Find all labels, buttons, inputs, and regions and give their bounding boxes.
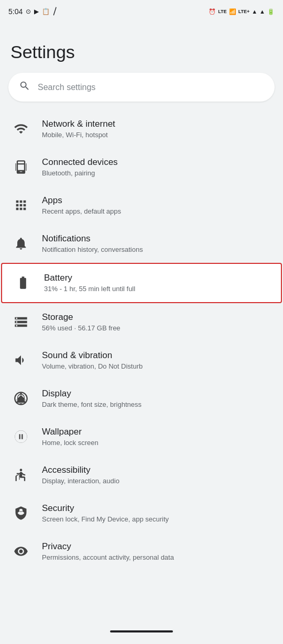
settings-item-security[interactable]: Security Screen lock, Find My Device, ap… — [0, 494, 283, 532]
search-bar-container: Search settings — [0, 73, 283, 110]
storage-icon — [10, 312, 31, 332]
settings-item-title-privacy: Privacy — [42, 541, 273, 552]
settings-item-title-notifications: Notifications — [42, 233, 273, 245]
settings-item-subtitle-storage: 56% used · 56.17 GB free — [42, 324, 273, 333]
lte-plus-status-icon: LTE+ — [238, 9, 250, 14]
privacy-icon — [10, 541, 31, 562]
page-title: Settings — [10, 42, 273, 62]
settings-item-title-accessibility: Accessibility — [42, 464, 273, 476]
security-icon — [10, 503, 31, 524]
search-placeholder: Search settings — [38, 83, 95, 92]
settings-item-title-storage: Storage — [42, 312, 273, 323]
settings-item-title-connected-devices: Connected devices — [42, 157, 273, 168]
settings-item-title-battery: Battery — [44, 272, 270, 284]
youtube-icon: ▶ — [34, 8, 39, 15]
settings-item-network[interactable]: Network & internet Mobile, Wi-Fi, hotspo… — [0, 110, 283, 148]
settings-item-notifications[interactable]: Notifications Notification history, conv… — [0, 225, 283, 263]
alarm-status-icon: ⏰ — [209, 8, 216, 15]
circle-icon: ⊙ — [26, 8, 31, 15]
search-icon — [19, 80, 30, 94]
settings-item-apps[interactable]: Apps Recent apps, default apps — [0, 186, 283, 225]
svg-point-1 — [20, 469, 23, 472]
battery-status-icon: 🔋 — [267, 8, 275, 15]
settings-item-subtitle-notifications: Notification history, conversations — [42, 246, 273, 254]
bottom-bar — [0, 623, 283, 640]
settings-item-connected-devices[interactable]: Connected devices Bluetooth, pairing — [0, 148, 283, 186]
settings-item-subtitle-accessibility: Display, interaction, audio — [42, 477, 273, 486]
settings-item-accessibility[interactable]: Accessibility Display, interaction, audi… — [0, 456, 283, 494]
settings-item-subtitle-apps: Recent apps, default apps — [42, 207, 273, 216]
settings-item-subtitle-wallpaper: Home, lock screen — [42, 439, 273, 448]
sound-icon — [10, 350, 31, 371]
diagonal-icon: ╲ — [51, 8, 59, 16]
battery-icon — [13, 272, 34, 293]
settings-item-storage[interactable]: Storage 56% used · 56.17 GB free — [0, 303, 283, 341]
status-bar: 5:04 ⊙ ▶ 📋 ╲ ⏰ LTE 📶 LTE+ ▲ ▲ 🔋 — [0, 0, 283, 21]
display-icon — [10, 388, 31, 409]
notifications-icon — [10, 233, 31, 254]
clipboard-icon: 📋 — [42, 8, 50, 15]
lte-status-icon: LTE — [218, 9, 226, 14]
settings-item-title-network: Network & internet — [42, 118, 273, 130]
settings-list: Network & internet Mobile, Wi-Fi, hotspo… — [0, 110, 283, 571]
wifi-calling-status-icon: 📶 — [229, 8, 236, 15]
wifi-signal-icon: ▲ — [259, 8, 265, 15]
page-title-area: Settings — [0, 21, 283, 73]
accessibility-icon — [10, 464, 31, 485]
wallpaper-icon — [10, 426, 31, 447]
settings-item-title-wallpaper: Wallpaper — [42, 426, 273, 438]
devices-icon — [10, 157, 31, 177]
settings-item-wallpaper[interactable]: Wallpaper Home, lock screen — [0, 418, 283, 456]
settings-item-subtitle-battery: 31% - 1 hr, 55 min left until full — [44, 285, 270, 294]
settings-item-title-display: Display — [42, 388, 273, 399]
settings-item-subtitle-security: Screen lock, Find My Device, app securit… — [42, 515, 273, 524]
status-right: ⏰ LTE 📶 LTE+ ▲ ▲ 🔋 — [209, 8, 275, 15]
bottom-indicator — [110, 630, 173, 632]
settings-item-display[interactable]: Display Dark theme, font size, brightnes… — [0, 380, 283, 418]
settings-item-title-security: Security — [42, 503, 273, 514]
wifi-icon — [10, 118, 31, 139]
settings-item-title-sound: Sound & vibration — [42, 350, 273, 361]
settings-item-subtitle-privacy: Permissions, account activity, personal … — [42, 553, 273, 562]
settings-item-title-apps: Apps — [42, 195, 273, 206]
apps-icon — [10, 195, 31, 216]
status-left: 5:04 ⊙ ▶ 📋 ╲ — [8, 7, 57, 16]
status-time: 5:04 — [8, 7, 23, 16]
settings-item-battery[interactable]: Battery 31% - 1 hr, 55 min left until fu… — [1, 263, 282, 303]
signal-status-icon: ▲ — [252, 8, 257, 15]
settings-item-sound[interactable]: Sound & vibration Volume, vibration, Do … — [0, 341, 283, 380]
settings-item-subtitle-network: Mobile, Wi-Fi, hotspot — [42, 131, 273, 140]
settings-item-subtitle-display: Dark theme, font size, brightness — [42, 401, 273, 409]
settings-item-privacy[interactable]: Privacy Permissions, account activity, p… — [0, 532, 283, 571]
search-bar[interactable]: Search settings — [8, 73, 275, 102]
settings-item-subtitle-connected-devices: Bluetooth, pairing — [42, 169, 273, 178]
settings-item-subtitle-sound: Volume, vibration, Do Not Disturb — [42, 362, 273, 371]
